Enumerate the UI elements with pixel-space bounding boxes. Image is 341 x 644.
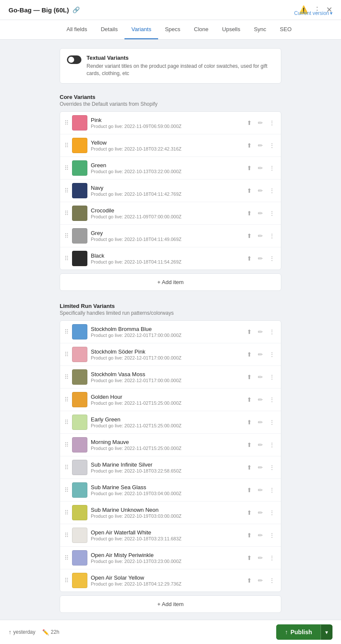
more-icon[interactable]: ⋮ <box>267 418 277 426</box>
drag-handle[interactable]: ⠿ <box>64 532 69 539</box>
variant-swatch <box>72 324 87 339</box>
pin-icon[interactable]: ⬆ <box>245 209 254 218</box>
drag-handle[interactable]: ⠿ <box>64 187 69 194</box>
drag-handle[interactable]: ⠿ <box>64 509 69 516</box>
edit-icon[interactable]: ✏ <box>256 119 265 127</box>
tab-variants[interactable]: Variants <box>124 20 158 39</box>
pin-icon[interactable]: ⬆ <box>245 232 254 240</box>
tab-specs[interactable]: Specs <box>158 20 187 39</box>
pin-icon[interactable]: ⬆ <box>245 441 254 449</box>
more-icon[interactable]: ⋮ <box>267 441 277 449</box>
tab-seo[interactable]: SEO <box>273 20 298 39</box>
edit-icon[interactable]: ✏ <box>256 576 265 585</box>
drag-handle[interactable]: ⠿ <box>64 419 69 426</box>
core-variants-subtitle: Overrides the Default variants from Shop… <box>60 101 281 107</box>
drag-handle[interactable]: ⠿ <box>64 255 69 262</box>
edit-icon[interactable]: ✏ <box>256 254 265 263</box>
pin-icon[interactable]: ⬆ <box>245 395 254 404</box>
pin-icon[interactable]: ⬆ <box>245 486 254 494</box>
edit-icon[interactable]: ✏ <box>256 531 265 540</box>
more-icon[interactable]: ⋮ <box>267 164 277 172</box>
edit-icon[interactable]: ✏ <box>256 441 265 449</box>
edit-icon[interactable]: ✏ <box>256 418 265 426</box>
edit-icon[interactable]: ✏ <box>256 554 265 562</box>
publish-button[interactable]: ↑ Publish <box>276 624 321 640</box>
pin-icon[interactable]: ⬆ <box>245 508 254 517</box>
drag-handle[interactable]: ⠿ <box>64 232 69 239</box>
edit-icon[interactable]: ✏ <box>256 373 265 381</box>
more-icon[interactable]: ⋮ <box>267 463 277 472</box>
pin-icon[interactable]: ⬆ <box>245 141 254 150</box>
more-icon[interactable]: ⋮ <box>267 531 277 540</box>
variant-actions: ⬆ ✏ ⋮ <box>245 508 277 517</box>
drag-handle[interactable]: ⠿ <box>64 374 69 380</box>
tab-upsells[interactable]: Upsells <box>215 20 247 39</box>
more-icon[interactable]: ⋮ <box>267 232 277 240</box>
edit-icon[interactable]: ✏ <box>256 141 265 150</box>
pin-icon[interactable]: ⬆ <box>245 254 254 263</box>
edit-icon[interactable]: ✏ <box>256 232 265 240</box>
tab-clone[interactable]: Clone <box>187 20 215 39</box>
drag-handle[interactable]: ⠿ <box>64 210 69 217</box>
drag-handle[interactable]: ⠿ <box>64 165 69 171</box>
limited-add-item-button[interactable]: + Add item <box>60 595 281 613</box>
more-icon[interactable]: ⋮ <box>267 254 277 263</box>
tab-all-fields[interactable]: All fields <box>60 20 94 39</box>
more-icon[interactable]: ⋮ <box>267 554 277 562</box>
list-item: ⠿ Sub Marine Unknown Neon Product go liv… <box>60 502 281 524</box>
more-icon[interactable]: ⋮ <box>267 395 277 404</box>
more-icon[interactable]: ⋮ <box>267 119 277 127</box>
pin-icon[interactable]: ⬆ <box>245 554 254 562</box>
more-icon[interactable]: ⋮ <box>267 576 277 585</box>
pin-icon[interactable]: ⬆ <box>245 164 254 172</box>
more-icon[interactable]: ⋮ <box>267 209 277 218</box>
edit-icon[interactable]: ✏ <box>256 350 265 359</box>
more-icon[interactable]: ⋮ <box>267 373 277 381</box>
drag-handle[interactable]: ⠿ <box>64 577 69 584</box>
more-icon[interactable]: ⋮ <box>267 350 277 359</box>
pin-icon[interactable]: ⬆ <box>245 373 254 381</box>
pin-icon[interactable]: ⬆ <box>245 576 254 585</box>
tab-sync[interactable]: Sync <box>247 20 273 39</box>
current-version[interactable]: Current version ▾ <box>294 10 332 16</box>
more-icon[interactable]: ⋮ <box>267 486 277 494</box>
drag-handle[interactable]: ⠿ <box>64 441 69 448</box>
limited-run-list: ⠿ Stockholm Bromma Blue Product go live:… <box>60 320 281 592</box>
pin-icon[interactable]: ⬆ <box>245 328 254 336</box>
drag-handle[interactable]: ⠿ <box>64 487 69 493</box>
more-icon[interactable]: ⋮ <box>267 141 277 150</box>
publish-split-button[interactable]: ▾ <box>321 625 332 640</box>
edit-icon[interactable]: ✏ <box>256 463 265 472</box>
drag-handle[interactable]: ⠿ <box>64 142 69 149</box>
pin-icon[interactable]: ⬆ <box>245 531 254 540</box>
drag-handle[interactable]: ⠿ <box>64 554 69 561</box>
pin-icon[interactable]: ⬆ <box>245 350 254 359</box>
variant-date: Product go live: 2022-10-19T03:04:00.000… <box>91 491 242 496</box>
textual-variants-title: Textual Variants <box>87 55 274 61</box>
core-add-item-button[interactable]: + Add item <box>60 273 281 291</box>
more-icon[interactable]: ⋮ <box>267 186 277 195</box>
edit-icon[interactable]: ✏ <box>256 486 265 494</box>
edit-icon[interactable]: ✏ <box>256 164 265 172</box>
more-icon[interactable]: ⋮ <box>267 328 277 336</box>
drag-handle[interactable]: ⠿ <box>64 328 69 335</box>
tab-details[interactable]: Details <box>94 20 124 39</box>
textual-variants-toggle[interactable] <box>67 55 81 64</box>
edit-icon[interactable]: ✏ <box>256 209 265 218</box>
pin-icon[interactable]: ⬆ <box>245 186 254 195</box>
pin-icon[interactable]: ⬆ <box>245 119 254 127</box>
edit-icon[interactable]: ✏ <box>256 328 265 336</box>
edit-icon[interactable]: ✏ <box>256 508 265 517</box>
edit-icon[interactable]: ✏ <box>256 395 265 404</box>
variant-name: Early Green <box>91 416 242 423</box>
drag-handle[interactable]: ⠿ <box>64 396 69 403</box>
pin-icon[interactable]: ⬆ <box>245 418 254 426</box>
drag-handle[interactable]: ⠿ <box>64 351 69 358</box>
list-item: ⠿ Golden Hour Product go live: 2022-11-0… <box>60 389 281 411</box>
link-icon[interactable]: 🔗 <box>72 6 80 13</box>
drag-handle[interactable]: ⠿ <box>64 464 69 471</box>
drag-handle[interactable]: ⠿ <box>64 119 69 126</box>
edit-icon[interactable]: ✏ <box>256 186 265 195</box>
pin-icon[interactable]: ⬆ <box>245 463 254 472</box>
more-icon[interactable]: ⋮ <box>267 508 277 517</box>
